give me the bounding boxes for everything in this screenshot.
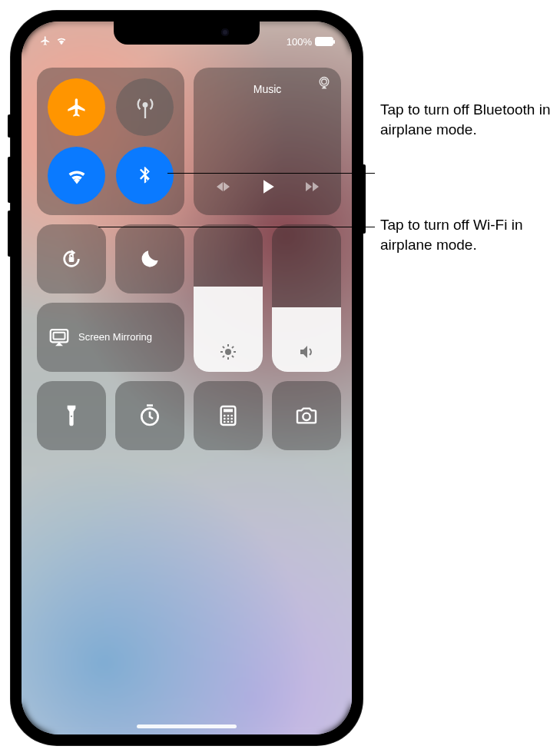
play-button[interactable] — [256, 175, 279, 201]
svg-point-10 — [227, 415, 230, 417]
bluetooth-toggle[interactable] — [116, 147, 174, 204]
callout-wifi: Tap to turn off Wi‑Fi in airplane mode. — [380, 215, 553, 254]
callout-bluetooth-text: Tap to turn off Bluetooth in airplane mo… — [380, 101, 550, 138]
flashlight-icon — [59, 403, 84, 428]
svg-rect-2 — [69, 257, 75, 262]
volume-down-button — [8, 211, 12, 257]
callout-line-bluetooth — [167, 173, 375, 174]
mute-switch — [8, 114, 12, 138]
svg-point-12 — [224, 418, 226, 420]
airplay-icon[interactable] — [316, 75, 332, 94]
screen-mirroring-label: Screen Mirroring — [78, 331, 152, 343]
bluetooth-icon — [134, 165, 156, 187]
svg-point-18 — [303, 413, 310, 420]
svg-point-11 — [230, 415, 233, 417]
flashlight-button[interactable] — [37, 381, 106, 450]
screen: 100% — [22, 22, 352, 734]
wifi-icon — [66, 165, 88, 187]
control-center: Music — [37, 68, 338, 450]
brightness-slider[interactable] — [194, 224, 263, 372]
svg-point-14 — [230, 418, 233, 420]
previous-track-button[interactable] — [214, 177, 232, 199]
airplane-mode-toggle[interactable] — [48, 78, 105, 136]
svg-point-9 — [224, 415, 226, 417]
svg-rect-8 — [224, 409, 233, 412]
callout-wifi-text: Tap to turn off Wi‑Fi in airplane mode. — [380, 217, 523, 253]
battery-percent: 100% — [287, 36, 312, 48]
sun-icon — [219, 343, 237, 361]
orientation-lock-button[interactable] — [37, 224, 106, 293]
volume-up-button — [8, 157, 12, 203]
next-track-button[interactable] — [303, 177, 321, 199]
orientation-lock-icon — [59, 247, 84, 271]
svg-point-1 — [322, 79, 327, 85]
wifi-status-icon — [55, 35, 68, 48]
calculator-button[interactable] — [194, 381, 263, 450]
now-playing-card[interactable]: Music — [194, 68, 341, 215]
screen-mirroring-button[interactable]: Screen Mirroring — [37, 303, 184, 372]
home-indicator[interactable] — [137, 724, 237, 728]
cellular-data-toggle[interactable] — [116, 78, 174, 136]
camera-icon — [294, 403, 319, 428]
do-not-disturb-button[interactable] — [115, 224, 184, 293]
svg-rect-5 — [54, 333, 65, 340]
connectivity-group[interactable] — [37, 68, 184, 215]
volume-slider[interactable] — [272, 224, 341, 372]
music-title: Music — [253, 83, 282, 95]
svg-point-0 — [320, 78, 329, 87]
iphone-frame: 100% — [11, 11, 363, 745]
calculator-icon — [216, 403, 240, 428]
timer-icon — [138, 403, 162, 428]
notch — [114, 22, 260, 45]
airplane-icon — [66, 97, 88, 118]
camera-button[interactable] — [272, 381, 341, 450]
screen-mirroring-icon — [48, 326, 71, 349]
airplane-status-icon — [40, 35, 51, 48]
svg-point-3 — [225, 349, 231, 355]
svg-point-16 — [227, 421, 230, 423]
transport-controls — [201, 175, 333, 201]
svg-point-13 — [227, 418, 230, 420]
moon-icon — [138, 247, 162, 271]
antenna-icon — [134, 97, 156, 118]
speaker-icon — [297, 343, 316, 361]
side-button — [362, 164, 366, 234]
svg-point-15 — [224, 421, 226, 423]
svg-point-17 — [230, 421, 233, 423]
battery-icon — [315, 37, 333, 46]
callout-bluetooth: Tap to turn off Bluetooth in airplane mo… — [380, 100, 553, 139]
wifi-toggle[interactable] — [48, 147, 105, 204]
callout-line-wifi — [98, 227, 375, 227]
timer-button[interactable] — [115, 381, 184, 450]
